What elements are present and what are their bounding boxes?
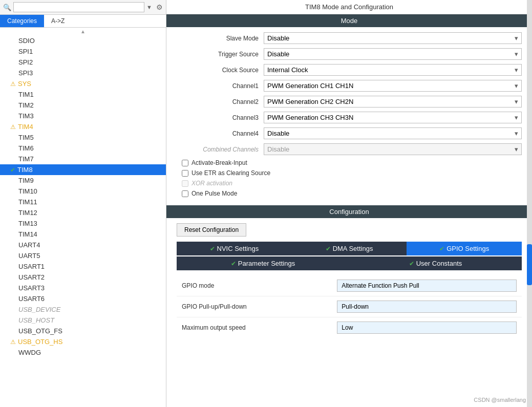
sidebar-item-usart6[interactable]: USART6 <box>0 293 166 304</box>
sidebar-item-spi1[interactable]: SPI1 <box>0 46 166 57</box>
sidebar-item-usb_host[interactable]: USB_HOST <box>0 315 166 326</box>
sidebar-item-label: USB_DEVICE <box>18 306 60 313</box>
config-tab-label-nvic: NVIC Settings <box>217 245 259 252</box>
field-label-trigger-source: Trigger Source <box>177 51 264 58</box>
config-tab-nvic[interactable]: ✔NVIC Settings <box>177 242 292 255</box>
field-value-combined-channels: Disable <box>267 145 289 153</box>
sidebar-item-usart2[interactable]: USART2 <box>0 272 166 283</box>
field-value-channel2: PWM Generation CH2 CH2N <box>267 98 353 105</box>
mode-section: Slave ModeDisable▾Trigger SourceDisable▾… <box>166 27 532 205</box>
sidebar-item-tim2[interactable]: TIM2 <box>0 100 166 111</box>
sidebar-item-sdio[interactable]: SDIO <box>0 35 166 46</box>
field-label-channel1: Channel1 <box>177 82 264 90</box>
search-input[interactable] <box>13 2 144 12</box>
checkbox-activate-break[interactable] <box>182 160 188 166</box>
field-select-channel1[interactable]: PWM Generation CH1 CH1N▾ <box>264 80 522 92</box>
right-panel: TIM8 Mode and Configuration Mode Slave M… <box>166 0 532 407</box>
checkbox-one-pulse[interactable] <box>182 190 188 197</box>
field-value-trigger-source: Disable <box>267 50 289 58</box>
tab-az[interactable]: A->Z <box>44 15 72 27</box>
field-value-clock-source: Internal Clock <box>267 66 308 74</box>
sidebar-item-usart3[interactable]: USART3 <box>0 283 166 293</box>
field-row-slave-mode: Slave ModeDisable▾ <box>177 32 522 44</box>
sidebar-item-tim1[interactable]: TIM1 <box>0 89 166 100</box>
gpio-value-gpio-pull: Pull-down <box>337 301 517 313</box>
reset-config-button[interactable]: Reset Configuration <box>177 223 246 237</box>
sidebar-item-tim10[interactable]: TIM10 <box>0 186 166 197</box>
scroll-up-arrow[interactable]: ▲ <box>0 28 166 35</box>
config-tab-gpio[interactable]: ✔GPIO Settings <box>407 242 522 255</box>
config-tab-dma[interactable]: ✔DMA Settings <box>292 242 407 255</box>
sidebar-item-tim9[interactable]: TIM9 <box>0 175 166 186</box>
checkbox-label-use-etr: Use ETR as Clearing Source <box>191 169 270 177</box>
field-select-channel4[interactable]: Disable▾ <box>264 127 522 139</box>
sidebar-item-tim13[interactable]: TIM13 <box>0 218 166 229</box>
sidebar-item-tim5[interactable]: TIM5 <box>0 132 166 143</box>
search-bar: 🔍 ▼ ⚙ <box>0 0 166 15</box>
sidebar-item-spi2[interactable]: SPI2 <box>0 57 166 68</box>
field-row-channel2: Channel2PWM Generation CH2 CH2N▾ <box>177 96 522 108</box>
checkmark-icon: ✔ <box>231 260 236 267</box>
sidebar-item-tim7[interactable]: TIM7 <box>0 154 166 164</box>
gear-icon[interactable]: ⚙ <box>156 3 163 11</box>
sidebar-item-usb_device[interactable]: USB_DEVICE <box>0 304 166 315</box>
sidebar-item-tim12[interactable]: TIM12 <box>0 207 166 218</box>
sidebar-item-uart4[interactable]: UART4 <box>0 240 166 250</box>
checkmark-icon: ✔ <box>326 245 331 252</box>
gpio-row-gpio-pull: GPIO Pull-up/Pull-downPull-down <box>177 296 522 317</box>
checkbox-label-one-pulse: One Pulse Mode <box>191 190 237 197</box>
field-select-trigger-source[interactable]: Disable▾ <box>264 48 522 60</box>
sidebar-item-tim3[interactable]: TIM3 <box>0 111 166 121</box>
field-label-channel3: Channel3 <box>177 114 264 121</box>
sidebar-item-label: TIM5 <box>18 134 34 141</box>
sidebar-item-label: TIM9 <box>18 177 34 184</box>
sidebar-item-usb_otg_hs[interactable]: ⚠USB_OTG_HS <box>0 336 166 347</box>
config-section-header: Configuration <box>166 205 532 218</box>
right-scrollbar[interactable] <box>527 0 532 407</box>
sidebar-item-sys[interactable]: ⚠SYS <box>0 78 166 89</box>
sidebar-item-label: SYS <box>18 80 31 88</box>
warning-icon: ⚠ <box>10 123 16 131</box>
checkbox-xor-activation <box>182 180 188 187</box>
checkbox-row-activate-break: Activate-Break-Input <box>177 159 522 166</box>
field-select-channel2[interactable]: PWM Generation CH2 CH2N▾ <box>264 96 522 108</box>
config-tab2-user-constants[interactable]: ✔User Constants <box>349 256 522 270</box>
sidebar-item-usb_otg_fs[interactable]: USB_OTG_FS <box>0 326 166 336</box>
field-select-slave-mode[interactable]: Disable▾ <box>264 32 522 44</box>
sidebar-item-label: SDIO <box>18 37 35 45</box>
sidebar: 🔍 ▼ ⚙ Categories A->Z ▲ SDIOSPI1SPI2SPI3… <box>0 0 166 407</box>
field-value-slave-mode: Disable <box>267 34 289 42</box>
config-tab2-parameter[interactable]: ✔Parameter Settings <box>177 256 349 270</box>
field-value-channel1: PWM Generation CH1 CH1N <box>267 82 353 90</box>
checkbox-row-use-etr: Use ETR as Clearing Source <box>177 169 522 177</box>
search-dropdown-icon[interactable]: ▼ <box>146 4 152 10</box>
panel-title: TIM8 Mode and Configuration <box>166 0 532 14</box>
sidebar-item-usart1[interactable]: USART1 <box>0 261 166 272</box>
field-select-clock-source[interactable]: Internal Clock▾ <box>264 64 522 76</box>
tab-categories[interactable]: Categories <box>0 15 44 27</box>
warning-icon: ⚠ <box>10 338 16 346</box>
field-select-channel3[interactable]: PWM Generation CH3 CH3N▾ <box>264 112 522 123</box>
sidebar-item-uart5[interactable]: UART5 <box>0 250 166 261</box>
sidebar-item-tim11[interactable]: TIM11 <box>0 197 166 207</box>
sidebar-item-label: SPI2 <box>18 58 33 66</box>
sidebar-list-container: SDIOSPI1SPI2SPI3⚠SYSTIM1TIM2TIM3⚠TIM4TIM… <box>0 35 166 407</box>
chevron-down-icon: ▾ <box>515 145 518 153</box>
sidebar-item-wwdg[interactable]: WWDG <box>0 347 166 358</box>
sidebar-item-tim4[interactable]: ⚠TIM4 <box>0 121 166 132</box>
mode-section-header: Mode <box>166 14 532 27</box>
sidebar-item-tim6[interactable]: TIM6 <box>0 143 166 154</box>
checkmark-icon: ✔ <box>10 166 15 174</box>
main-container: 🔍 ▼ ⚙ Categories A->Z ▲ SDIOSPI1SPI2SPI3… <box>0 0 532 407</box>
checkmark-icon: ✔ <box>409 260 414 267</box>
sidebar-item-spi3[interactable]: SPI3 <box>0 68 166 78</box>
sidebar-item-label: USB_OTG_HS <box>18 338 62 346</box>
gpio-label-max-output-speed: Maximum output speed <box>177 317 332 338</box>
sidebar-item-tim14[interactable]: TIM14 <box>0 229 166 240</box>
sidebar-list: SDIOSPI1SPI2SPI3⚠SYSTIM1TIM2TIM3⚠TIM4TIM… <box>0 35 166 358</box>
checkbox-use-etr[interactable] <box>182 170 188 177</box>
sidebar-item-label: USART2 <box>18 273 45 281</box>
field-select-combined-channels[interactable]: Disable▾ <box>264 143 522 155</box>
config-tab-label-dma: DMA Settings <box>333 245 373 252</box>
sidebar-item-tim8[interactable]: ✔TIM8 <box>0 164 166 175</box>
